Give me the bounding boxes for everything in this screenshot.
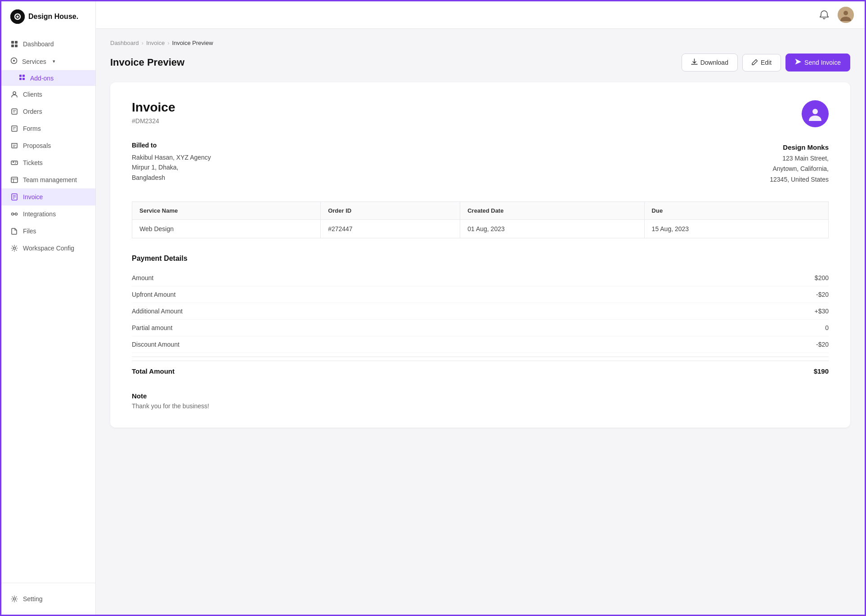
breadcrumb-invoice-preview: Invoice Preview <box>172 40 213 46</box>
svg-rect-24 <box>11 177 18 183</box>
app-logo[interactable]: Design House. <box>1 1 95 32</box>
sidebar-item-workspace[interactable]: Workspace Config <box>1 240 95 257</box>
payment-label-discount: Discount Amount <box>132 341 179 348</box>
sidebar-item-proposals[interactable]: Proposals <box>1 137 95 154</box>
sidebar-label-settings: Setting <box>23 595 43 603</box>
payment-value-total: $190 <box>814 367 829 375</box>
sidebar-label-services: Services <box>22 58 46 65</box>
svg-rect-11 <box>19 78 22 80</box>
sidebar-item-forms[interactable]: Forms <box>1 120 95 137</box>
sidebar-label-dashboard: Dashboard <box>23 40 54 48</box>
page-header: Invoice Preview Download <box>110 54 850 71</box>
table-header-service: Service Name <box>132 201 321 219</box>
sidebar-item-clients[interactable]: Clients <box>1 86 95 103</box>
services-icon <box>10 57 18 66</box>
note-title: Note <box>132 392 829 400</box>
billed-to-name: Rakibul Hasan, XYZ Agency Mirpur 1, Dhak… <box>132 152 211 183</box>
dashboard-icon <box>10 40 18 48</box>
edit-icon <box>752 59 758 67</box>
sidebar-label-clients: Clients <box>23 91 42 98</box>
orders-icon <box>10 107 18 116</box>
svg-rect-3 <box>11 41 14 44</box>
breadcrumb-sep-2: › <box>167 40 169 46</box>
payment-label-amount: Amount <box>132 274 153 281</box>
table-cell-created: 01 Aug, 2023 <box>460 219 644 238</box>
company-info-block: Design Monks 123 Main Street, Anytown, C… <box>770 142 829 185</box>
payment-label-partial: Partial amount <box>132 324 172 331</box>
sidebar-item-files[interactable]: Files <box>1 223 95 240</box>
download-icon <box>691 58 698 67</box>
svg-rect-4 <box>15 41 18 44</box>
svg-rect-21 <box>11 161 18 165</box>
sidebar-label-files: Files <box>23 228 36 235</box>
payment-value-upfront: -$20 <box>816 291 829 298</box>
sidebar-item-addons[interactable]: Add-ons <box>1 70 95 86</box>
app-name: Design House. <box>28 13 78 21</box>
topbar <box>96 1 865 29</box>
svg-point-35 <box>13 598 16 600</box>
svg-rect-10 <box>22 75 25 77</box>
download-label: Download <box>700 59 728 66</box>
send-invoice-label: Send Invoice <box>804 59 841 66</box>
payment-row-discount: Discount Amount -$20 <box>132 336 829 353</box>
table-row: Web Design #272447 01 Aug, 2023 15 Aug, … <box>132 219 829 238</box>
billed-to-label: Billed to <box>132 142 211 149</box>
svg-point-34 <box>13 247 16 250</box>
forms-icon <box>10 125 18 133</box>
page-title: Invoice Preview <box>110 57 184 68</box>
user-avatar[interactable] <box>838 7 854 23</box>
sidebar-item-tickets[interactable]: Tickets <box>1 154 95 171</box>
table-cell-order: #272447 <box>321 219 460 238</box>
addons-icon <box>18 74 26 82</box>
invoice-table: Service Name Order ID Created Date Due W… <box>132 201 829 238</box>
payment-label-total: Total Amount <box>132 367 175 375</box>
edit-label: Edit <box>761 59 772 66</box>
invoice-heading: Invoice <box>132 100 175 115</box>
payment-row-upfront: Upfront Amount -$20 <box>132 286 829 303</box>
payment-value-partial: 0 <box>825 324 829 331</box>
notification-bell-icon[interactable] <box>816 7 832 23</box>
note-text: Thank you for the business! <box>132 402 829 410</box>
sidebar-item-orders[interactable]: Orders <box>1 103 95 120</box>
header-actions: Download Edit Send <box>682 54 850 71</box>
send-invoice-button[interactable]: Send Invoice <box>785 54 850 71</box>
download-button[interactable]: Download <box>682 54 738 71</box>
billing-row: Billed to Rakibul Hasan, XYZ Agency Mirp… <box>132 142 829 185</box>
sidebar-label-workspace: Workspace Config <box>23 245 74 252</box>
svg-rect-6 <box>15 45 18 47</box>
svg-rect-5 <box>11 45 14 47</box>
sidebar-label-forms: Forms <box>23 125 41 132</box>
sidebar-item-invoice[interactable]: Invoice <box>1 188 95 205</box>
payment-row-partial: Partial amount 0 <box>132 320 829 336</box>
payment-row-additional: Additional Amount +$30 <box>132 303 829 320</box>
invoice-id: #DM2324 <box>132 117 175 125</box>
company-name: Design Monks <box>770 142 829 153</box>
sidebar-item-dashboard[interactable]: Dashboard <box>1 36 95 53</box>
company-avatar <box>802 100 829 127</box>
payment-section-title: Payment Details <box>132 254 829 263</box>
company-address-line2: Anytown, California, <box>770 164 829 174</box>
sidebar-item-settings[interactable]: Setting <box>10 590 86 607</box>
table-header-created: Created Date <box>460 201 644 219</box>
company-address-line1: 123 Main Street, <box>770 153 829 164</box>
main-area: Dashboard › Invoice › Invoice Preview In… <box>96 1 865 615</box>
sidebar-label-addons: Add-ons <box>30 75 54 82</box>
edit-button[interactable]: Edit <box>742 54 781 71</box>
svg-rect-9 <box>19 75 22 77</box>
sidebar-item-team[interactable]: Team management <box>1 171 95 188</box>
table-header-due: Due <box>644 201 828 219</box>
sidebar-item-services[interactable]: Services ▾ <box>1 53 95 70</box>
table-header-order: Order ID <box>321 201 460 219</box>
breadcrumb-dashboard[interactable]: Dashboard <box>110 40 139 46</box>
payment-details-section: Payment Details Amount $200 Upfront Amou… <box>132 254 829 379</box>
payment-label-additional: Additional Amount <box>132 308 183 315</box>
sidebar-item-integrations[interactable]: Integrations <box>1 205 95 223</box>
sidebar-label-tickets: Tickets <box>23 159 43 166</box>
svg-rect-12 <box>22 78 25 80</box>
billed-to-block: Billed to Rakibul Hasan, XYZ Agency Mirp… <box>132 142 211 183</box>
breadcrumb-invoice[interactable]: Invoice <box>146 40 165 46</box>
sidebar-label-proposals: Proposals <box>23 142 51 149</box>
tickets-icon <box>10 159 18 167</box>
payment-value-additional: +$30 <box>814 308 829 315</box>
chevron-down-icon: ▾ <box>53 58 55 64</box>
